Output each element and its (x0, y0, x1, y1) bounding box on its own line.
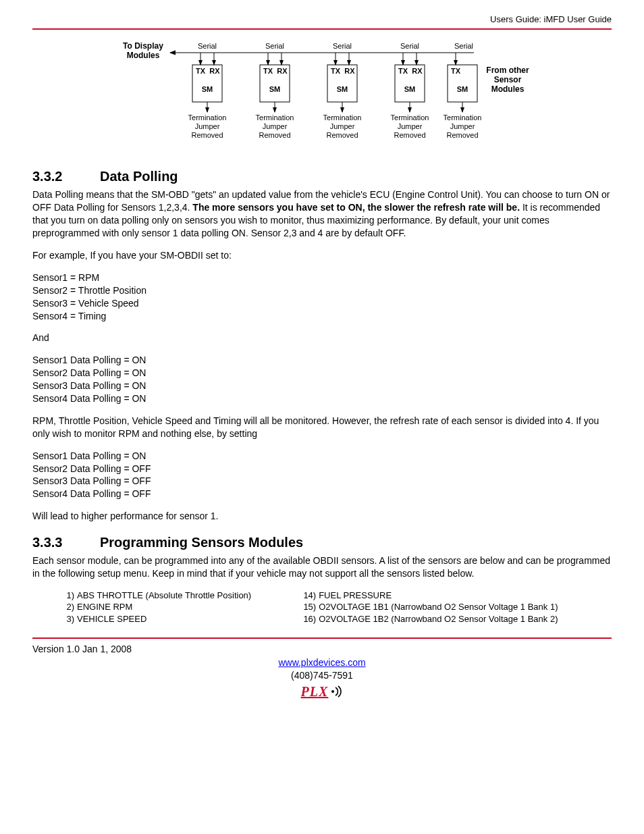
sensor-assignments: Sensor1 = RPM Sensor2 = Throttle Positio… (32, 271, 612, 323)
version-text: Version 1.0 Jan 1, 2008 (32, 643, 612, 656)
svg-text:Serial: Serial (454, 42, 473, 50)
svg-text:Termination: Termination (256, 113, 294, 122)
sensor-list: 1)ABS THROTTLE (Absolute Throttle Positi… (32, 590, 612, 625)
footer-url-link[interactable]: www.plxdevices.com (278, 657, 365, 668)
footer: Version 1.0 Jan 1, 2008 www.plxdevices.c… (32, 643, 612, 700)
plx-logo-text: PLX (301, 683, 329, 700)
svg-text:TX: TX (451, 67, 461, 75)
svg-text:SM: SM (457, 85, 468, 93)
para-and: And (32, 332, 612, 344)
svg-text:Termination: Termination (323, 113, 362, 122)
svg-text:SM: SM (269, 85, 281, 93)
svg-text:Removed: Removed (326, 131, 358, 139)
svg-text:Termination: Termination (188, 113, 227, 122)
svg-text:Jumper: Jumper (263, 122, 288, 130)
section-number: 3.3.2 (32, 167, 100, 186)
svg-text:Removed: Removed (191, 131, 223, 139)
svg-text:RX: RX (344, 67, 355, 75)
svg-text:Serial: Serial (198, 42, 217, 50)
plx-logo: PLX (301, 683, 344, 700)
diagram-svg: To Display Modules From other Sensor Mod… (106, 38, 538, 146)
svg-text:SM: SM (202, 85, 213, 93)
svg-text:TX: TX (331, 67, 341, 75)
svg-text:Serial: Serial (333, 42, 352, 50)
svg-text:RX: RX (277, 67, 288, 75)
footer-divider (32, 637, 612, 639)
svg-text:Jumper: Jumper (195, 122, 220, 130)
svg-text:Removed: Removed (446, 131, 478, 139)
svg-text:RX: RX (209, 67, 220, 75)
section-title: Programming Sensors Modules (100, 535, 303, 550)
section-number: 3.3.3 (32, 533, 100, 552)
svg-text:SM: SM (337, 85, 348, 93)
svg-text:From other: From other (486, 66, 529, 75)
svg-text:Jumper: Jumper (450, 122, 475, 130)
section-heading-333: 3.3.3Programming Sensors Modules (32, 533, 612, 552)
sensor-list-left: 1)ABS THROTTLE (Absolute Throttle Positi… (32, 590, 251, 625)
svg-text:RX: RX (412, 67, 423, 75)
svg-text:Removed: Removed (259, 131, 290, 139)
section-heading-332: 3.3.2Data Polling (32, 167, 612, 186)
para-332-1: Data Polling means that the SM-OBD "gets… (32, 188, 612, 240)
para-332-2: For example, If you have your SM-OBDII s… (32, 249, 612, 262)
svg-text:Sensor: Sensor (494, 75, 522, 84)
svg-text:TX: TX (196, 67, 206, 75)
svg-text:To Display: To Display (123, 41, 163, 51)
svg-text:Serial: Serial (265, 42, 284, 50)
para-332-3: RPM, Throttle Position, Vehicle Speed an… (32, 415, 612, 440)
para-332-4: Will lead to higher performance for sens… (32, 510, 612, 523)
svg-text:Termination: Termination (444, 113, 482, 122)
svg-text:Modules: Modules (127, 51, 160, 60)
para-333-1: Each sensor module, can be programmed in… (32, 554, 612, 580)
footer-phone: (408)745-7591 (291, 670, 353, 681)
sm-chain-diagram: To Display Modules From other Sensor Mod… (32, 38, 612, 149)
section-title: Data Polling (100, 169, 178, 184)
svg-text:Removed: Removed (394, 131, 425, 139)
svg-text:Modules: Modules (491, 84, 525, 94)
sensor-list-right: 14)FUEL PRESSURE 15)O2VOLTAGE 1B1 (Narro… (251, 590, 558, 625)
svg-text:Serial: Serial (400, 42, 419, 50)
svg-text:TX: TX (263, 67, 273, 75)
svg-text:Jumper: Jumper (330, 122, 355, 130)
sensor-polling-on: Sensor1 Data Polling = ON Sensor2 Data P… (32, 354, 612, 405)
svg-text:Termination: Termination (391, 113, 429, 122)
svg-point-67 (331, 690, 334, 693)
svg-text:SM: SM (404, 85, 416, 93)
sensor-polling-off: Sensor1 Data Polling = ON Sensor2 Data P… (32, 450, 612, 501)
svg-text:TX: TX (398, 67, 408, 75)
header-guide-text: Users Guide: iMFD User Guide (32, 14, 612, 26)
header-divider (32, 28, 612, 30)
wireless-icon (329, 685, 343, 698)
svg-text:Jumper: Jumper (398, 122, 423, 130)
